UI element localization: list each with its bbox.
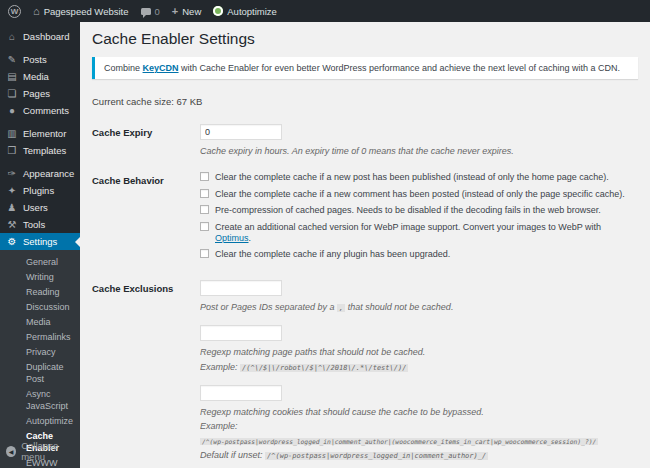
cookies-example-code: /^(wp-postpass|wordpress_logged_in|comme… xyxy=(200,438,598,445)
cache-expiry-description: Cache expiry in hours. An expiry time of… xyxy=(200,144,638,158)
sidebar-item-posts[interactable]: ✎ Posts xyxy=(0,51,80,68)
clear-cache-plugin-upgrade-checkbox[interactable] xyxy=(200,249,209,258)
posts-icon: ✎ xyxy=(6,55,18,65)
autoptimize-icon xyxy=(213,6,223,16)
clear-cache-new-post-checkbox[interactable] xyxy=(200,172,209,181)
submenu-item-permalinks[interactable]: Permalinks xyxy=(0,329,80,344)
cookies-default-code: /^(wp-postpass|wordpress_logged_in|comme… xyxy=(265,452,488,460)
cache-expiry-row: Cache Expiry Cache expiry in hours. An e… xyxy=(92,124,638,158)
new-content-menu[interactable]: + New xyxy=(172,6,201,17)
optimus-link[interactable]: Optimus xyxy=(215,233,249,243)
comments-admin-link[interactable]: 0 xyxy=(141,6,160,17)
main-content: Cache Enabler Settings Combine KeyCDN wi… xyxy=(80,22,650,468)
sidebar-item-pages[interactable]: ❏ Pages xyxy=(0,85,80,102)
tools-icon: ⚒ xyxy=(6,220,18,230)
templates-icon: ❒ xyxy=(6,146,18,156)
submenu-item-duplicate-post[interactable]: Duplicate Post xyxy=(0,359,80,386)
keycdn-notice: Combine KeyCDN with Cache Enabler for ev… xyxy=(92,57,638,79)
checkbox-row-webp: Create an additional cached version for … xyxy=(200,222,638,244)
pages-icon: ❏ xyxy=(6,89,18,99)
settings-submenu: General Writing Reading Discussion Media… xyxy=(0,250,80,468)
cache-size-text: Current cache size: 67 KB xyxy=(92,96,638,107)
admin-bar: W ⌂ Pagespeed Website 0 + New Autoptimiz… xyxy=(0,0,650,22)
new-label: New xyxy=(182,6,201,17)
clear-cache-new-comment-checkbox[interactable] xyxy=(200,189,209,198)
checkbox-row-plugin-upgrade: Clear the complete cache if any plugin h… xyxy=(200,249,638,260)
sidebar-item-comments[interactable]: ● Comments xyxy=(0,102,80,119)
submenu-item-general[interactable]: General xyxy=(0,254,80,269)
appearance-icon: ✑ xyxy=(6,169,18,179)
excluded-paths-description: Regexp matching page paths that should n… xyxy=(200,345,638,374)
sidebar-item-plugins[interactable]: ✦ Plugins xyxy=(0,182,80,199)
excluded-cookies-regex-input[interactable] xyxy=(200,385,282,401)
cache-expiry-input[interactable] xyxy=(200,124,282,140)
site-name-label: Pagespeed Website xyxy=(44,6,129,17)
cache-behavior-row: Cache Behavior Clear the complete cache … xyxy=(92,172,638,266)
cache-exclusions-label: Cache Exclusions xyxy=(92,280,200,463)
excluded-ids-description: Post or Pages IDs separated by a , that … xyxy=(200,300,638,314)
site-name-link[interactable]: ⌂ Pagespeed Website xyxy=(33,6,129,17)
page-title: Cache Enabler Settings xyxy=(92,30,638,48)
sidebar-item-templates[interactable]: ❒ Templates xyxy=(0,142,80,159)
media-icon: ▤ xyxy=(6,72,18,82)
comments-count: 0 xyxy=(155,6,160,17)
submenu-item-async-javascript[interactable]: Async JavaScript xyxy=(0,386,80,413)
wordpress-logo-icon: W xyxy=(8,5,21,18)
home-icon: ⌂ xyxy=(33,6,40,17)
excluded-ids-input[interactable] xyxy=(200,280,282,296)
checkbox-row-new-post: Clear the complete cache if a new post h… xyxy=(200,172,638,183)
wordpress-logo-menu[interactable]: W xyxy=(8,5,21,18)
comment-bubble-icon xyxy=(141,8,151,15)
comments-icon: ● xyxy=(6,106,18,116)
sidebar-item-elementor[interactable]: ▥ Elementor xyxy=(0,125,80,142)
checkbox-row-precompression: Pre-compression of cached pages. Needs t… xyxy=(200,205,638,216)
collapse-label: Collapse menu xyxy=(21,440,80,462)
plugins-icon: ✦ xyxy=(6,186,18,196)
users-icon: ♟ xyxy=(6,203,18,213)
excluded-paths-regex-input[interactable] xyxy=(200,325,282,341)
autoptimize-label: Autoptimize xyxy=(227,6,277,17)
sidebar-item-users[interactable]: ♟ Users xyxy=(0,199,80,216)
dashboard-icon: ⌂ xyxy=(6,32,18,42)
cache-behavior-label: Cache Behavior xyxy=(92,172,200,266)
plus-icon: + xyxy=(172,6,178,17)
submenu-item-autoptimize[interactable]: Autoptimize xyxy=(0,413,80,428)
submenu-item-writing[interactable]: Writing xyxy=(0,269,80,284)
submenu-item-reading[interactable]: Reading xyxy=(0,284,80,299)
excluded-cookies-description: Regexp matching cookies that should caus… xyxy=(200,405,638,463)
paths-example-code: /(^\/$|\/robot\/$|^\/2018\/.*\/test\/)/ xyxy=(240,364,408,372)
autoptimize-toolbar-menu[interactable]: Autoptimize xyxy=(213,6,277,17)
submenu-item-media[interactable]: Media xyxy=(0,314,80,329)
cache-exclusions-row: Cache Exclusions Post or Pages IDs separ… xyxy=(92,280,638,463)
sidebar-item-dashboard[interactable]: ⌂ Dashboard xyxy=(0,28,80,45)
sidebar-item-tools[interactable]: ⚒ Tools xyxy=(0,216,80,233)
sidebar-item-appearance[interactable]: ✑ Appearance xyxy=(0,165,80,182)
admin-sidebar: ⌂ Dashboard ✎ Posts ▤ Media ❏ Pages ● Co… xyxy=(0,22,80,468)
settings-icon: ⚙ xyxy=(6,237,18,247)
submenu-item-discussion[interactable]: Discussion xyxy=(0,299,80,314)
cache-expiry-label: Cache Expiry xyxy=(92,124,200,158)
elementor-icon: ▥ xyxy=(6,129,18,139)
keycdn-link[interactable]: KeyCDN xyxy=(143,63,179,73)
webp-version-checkbox[interactable] xyxy=(200,222,209,231)
collapse-icon: ◀ xyxy=(6,446,16,457)
checkbox-row-new-comment: Clear the complete cache if a new commen… xyxy=(200,189,638,200)
precompression-checkbox[interactable] xyxy=(200,205,209,214)
sidebar-item-media[interactable]: ▤ Media xyxy=(0,68,80,85)
collapse-menu-button[interactable]: ◀ Collapse menu xyxy=(0,440,80,462)
sidebar-item-settings[interactable]: ⚙ Settings xyxy=(0,233,80,250)
submenu-item-privacy[interactable]: Privacy xyxy=(0,344,80,359)
